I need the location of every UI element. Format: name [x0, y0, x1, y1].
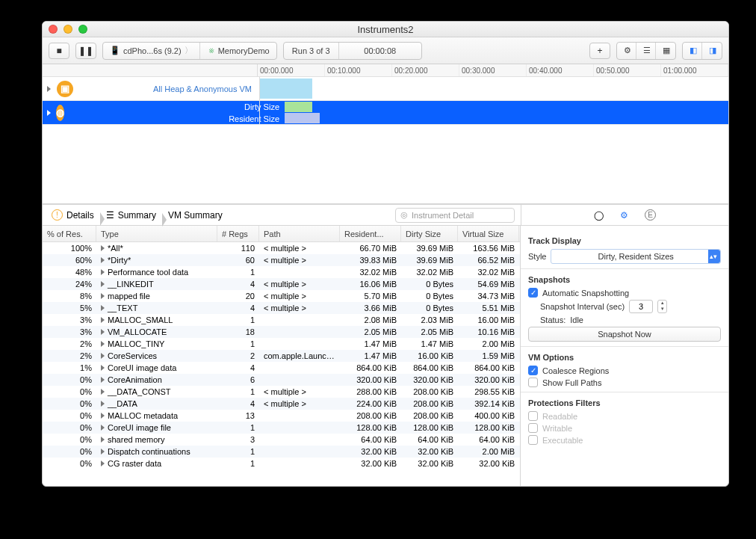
fullpaths-label: Show Full Paths [542, 378, 601, 387]
run-label: Run 3 of 3 [284, 43, 339, 59]
view-segmented[interactable]: ⚙ ☰ ▦ [616, 42, 676, 60]
pause-button[interactable]: ❚❚ [75, 43, 96, 59]
target-selector[interactable]: 📱cdPho...6s (9.2)〉 ⨳MemoryDemo [102, 42, 277, 60]
table-row[interactable]: 2%CoreServices2com.apple.Launch...1.47 M… [43, 350, 520, 362]
inspector-tabs: ◯ ⚙ E [521, 205, 728, 225]
table-row[interactable]: 0%Dispatch continuations132.00 KiB32.00 … [43, 446, 520, 458]
track-sublabel: Resident Size [69, 114, 287, 123]
heading-track-display: Track Display [528, 236, 721, 245]
readable-label: Readable [542, 412, 577, 421]
summary-icon: ☰ [106, 211, 114, 220]
table-row[interactable]: 0%__DATA4< multiple >224.00 KiB208.00 Ki… [43, 398, 520, 410]
col-path[interactable]: Path [259, 226, 340, 241]
coalesce-checkbox[interactable]: ✓ [528, 366, 538, 375]
table-row[interactable]: 0%CG raster data132.00 KiB32.00 KiB32.00… [43, 458, 520, 469]
table-row[interactable]: 24%__LINKEDIT4< multiple >16.06 MiB0 Byt… [43, 278, 520, 290]
scope-icon: ◎ [400, 210, 408, 220]
traffic-lights [49, 25, 87, 34]
inspector-panel: Track Display Style Dirty, Resident Size… [521, 226, 728, 486]
track-sublabel: Dirty Size [69, 102, 287, 111]
app-icon: ⨳ [207, 46, 215, 55]
close-icon[interactable] [49, 25, 58, 34]
fullpaths-checkbox[interactable] [528, 378, 538, 387]
disclosure-icon[interactable] [47, 110, 51, 116]
col-dirty[interactable]: Dirty Size [401, 226, 458, 241]
track-allocations[interactable]: ▣ All Heap & Anonymous VM [43, 77, 728, 101]
device-icon: 📱 [110, 46, 120, 55]
table-row[interactable]: 48%Performance tool data132.02 MiB32.02 … [43, 266, 520, 278]
table-row[interactable]: 0%MALLOC metadata13208.00 KiB208.00 KiB4… [43, 410, 520, 422]
vm-table: % of Res. Type # Regs Path Resident... D… [43, 226, 521, 486]
record-stop-button[interactable]: ■ [49, 43, 69, 59]
track-vm-tracker[interactable]: ◍ Dirty Size Resident Size [43, 101, 728, 125]
col-resident[interactable]: Resident... [340, 226, 401, 241]
table-row[interactable]: 3%VM_ALLOCATE182.05 MiB2.05 MiB10.16 MiB [43, 326, 520, 338]
snapshot-now-button[interactable]: Snapshot Now [528, 327, 721, 342]
ruler-tick: 00:30.000 [459, 64, 527, 76]
style-select[interactable]: Dirty, Resident Sizes▴▾ [551, 249, 721, 264]
table-row[interactable]: 1%CoreUI image data4864.00 KiB864.00 KiB… [43, 362, 520, 374]
interval-stepper[interactable]: ▲▼ [657, 300, 667, 313]
disclosure-icon[interactable] [47, 86, 52, 92]
col-regs[interactable]: # Regs [217, 226, 259, 241]
record-settings-icon[interactable]: ◯ [594, 211, 604, 220]
process-label: MemoryDemo [218, 46, 270, 55]
lower-pane: % of Res. Type # Regs Path Resident... D… [43, 226, 728, 486]
ruler-tick: 00:20.000 [392, 64, 459, 76]
display-settings-icon[interactable]: ⚙ [620, 211, 628, 220]
crumb-summary[interactable]: ☰ Summary [102, 210, 164, 221]
crumb-details[interactable]: ! Details [47, 209, 102, 221]
heading-protections: Protections Filters [528, 398, 721, 407]
ruler-tick: 00:40.000 [527, 64, 594, 76]
table-row[interactable]: 0%shared memory364.00 KiB64.00 KiB64.00 … [43, 434, 520, 446]
toolbar: ■ ❚❚ 📱cdPho...6s (9.2)〉 ⨳MemoryDemo Run … [43, 37, 728, 64]
table-header: % of Res. Type # Regs Path Resident... D… [43, 226, 520, 242]
run-display: Run 3 of 3 00:00:08 [283, 42, 422, 60]
interval-input[interactable] [629, 300, 653, 313]
time-ruler[interactable]: 00:00.000 00:10.000 00:20.000 00:30.000 … [43, 64, 728, 77]
timeline-empty-area [43, 125, 728, 204]
device-label: cdPho...6s (9.2) [123, 46, 182, 55]
grid-icon[interactable]: ▦ [656, 43, 675, 59]
gear-icon[interactable]: ⚙ [617, 43, 636, 59]
instruments-window: Instruments2 ■ ❚❚ 📱cdPho...6s (9.2)〉 ⨳Me… [42, 21, 729, 487]
table-row[interactable]: 60%*Dirty*60< multiple >39.83 MiB39.69 M… [43, 254, 520, 266]
heading-vm-options: VM Options [528, 353, 721, 362]
table-row[interactable]: 0%CoreUI image file1128.00 KiB128.00 KiB… [43, 422, 520, 434]
detail-filter[interactable]: ◎ Instrument Detail [395, 208, 515, 223]
interval-label: Snapshot Interval (sec) [540, 302, 625, 311]
ruler-tick: 00:00.000 [258, 64, 325, 76]
table-row[interactable]: 2%MALLOC_TINY11.47 MiB1.47 MiB2.00 MiB [43, 338, 520, 350]
crumb-vm-summary[interactable]: VM Summary [164, 210, 230, 221]
table-row[interactable]: 5%__TEXT4< multiple >3.66 MiB0 Bytes5.51… [43, 302, 520, 314]
auto-snapshot-label: Automatic Snapshotting [542, 289, 629, 298]
minimize-icon[interactable] [63, 25, 72, 34]
filter-placeholder: Instrument Detail [412, 211, 474, 220]
table-row[interactable]: 3%MALLOC_SMALL12.08 MiB2.03 MiB16.00 MiB [43, 314, 520, 326]
executable-checkbox [528, 435, 538, 445]
ruler-tick: 00:10.000 [325, 64, 392, 76]
writable-label: Writable [542, 424, 572, 433]
table-row[interactable]: 100%*All*110< multiple >66.70 MiB39.69 M… [43, 242, 520, 254]
list-icon[interactable]: ☰ [636, 43, 656, 59]
col-virtual[interactable]: Virtual Size [458, 226, 519, 241]
allocations-badge-icon: ▣ [57, 81, 73, 97]
status-value: Idle [570, 315, 583, 324]
status-label: Status: [540, 315, 566, 324]
style-label: Style [528, 252, 546, 261]
vm-badge-icon: ◍ [56, 105, 64, 121]
panel-toggle[interactable]: ◧ ◨ [682, 42, 722, 60]
table-row[interactable]: 0%CoreAnimation6320.00 KiB320.00 KiB320.… [43, 374, 520, 386]
add-instrument-button[interactable]: + [589, 43, 610, 59]
auto-snapshot-checkbox[interactable]: ✓ [528, 288, 538, 298]
table-row[interactable]: 0%__DATA_CONST1< multiple >288.00 KiB208… [43, 386, 520, 398]
executable-label: Executable [542, 436, 583, 445]
zoom-icon[interactable] [78, 25, 87, 34]
extended-detail-icon[interactable]: E [645, 209, 656, 221]
col-type[interactable]: Type [96, 226, 217, 241]
table-row[interactable]: 8%mapped file20< multiple >5.70 MiB0 Byt… [43, 290, 520, 302]
left-panel-icon[interactable]: ◧ [683, 43, 702, 59]
col-percent[interactable]: % of Res. [43, 226, 96, 241]
right-panel-icon[interactable]: ◨ [702, 43, 722, 59]
titlebar: Instruments2 [43, 22, 728, 37]
